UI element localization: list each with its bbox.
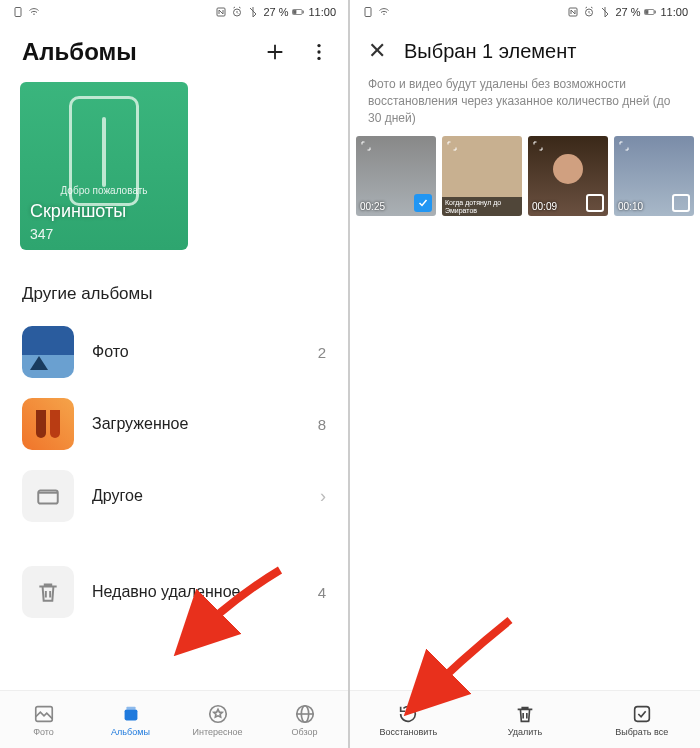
battery-icon: [292, 6, 304, 18]
photo-nav-icon: [33, 703, 55, 725]
page-title: Альбомы: [22, 38, 137, 66]
album-name: Загруженное: [92, 415, 300, 433]
svg-rect-20: [655, 11, 656, 13]
delete-button[interactable]: Удалить: [467, 691, 584, 748]
clock: 11:00: [660, 6, 688, 18]
card-welcome: Добро пожаловать: [20, 185, 188, 196]
wifi-icon: [378, 6, 390, 18]
album-name: Другое: [92, 487, 302, 505]
album-row-recently-deleted[interactable]: Недавно удаленное 4: [0, 556, 348, 628]
nav-albums[interactable]: Альбомы: [87, 691, 174, 748]
nav-browse[interactable]: Обзор: [261, 691, 348, 748]
nav-interesting[interactable]: Интересное: [174, 691, 261, 748]
album-thumb-photo: [22, 326, 74, 378]
album-count: 8: [318, 416, 326, 433]
recently-deleted-selection-screen: 27 % 11:00 ✕ Выбран 1 элемент Фото и вид…: [350, 0, 700, 748]
star-nav-icon: [207, 703, 229, 725]
video-duration: 00:10: [618, 201, 643, 212]
expand-icon: [446, 140, 458, 152]
svg-rect-0: [15, 8, 21, 17]
selection-header: ✕ Выбран 1 элемент: [350, 24, 700, 70]
bottom-nav: Фото Альбомы Интересное Обзор: [0, 690, 348, 748]
album-thumb-trash: [22, 566, 74, 618]
bluetooth-icon: [247, 6, 259, 18]
sim-icon: [362, 6, 374, 18]
select-all-icon: [631, 703, 653, 725]
add-icon[interactable]: [264, 41, 286, 63]
other-albums-title: Другие альбомы: [0, 250, 348, 316]
trash-icon: [514, 703, 536, 725]
chevron-right-icon: ›: [320, 486, 326, 507]
folder-icon: [35, 483, 61, 509]
nav-label: Обзор: [292, 727, 318, 737]
bluetooth-icon: [599, 6, 611, 18]
albums-nav-icon: [120, 703, 142, 725]
album-thumb-downloaded: [22, 398, 74, 450]
svg-point-8: [317, 57, 320, 60]
alarm-icon: [583, 6, 595, 18]
expand-icon: [532, 140, 544, 152]
battery-percent: 27 %: [615, 6, 640, 18]
nav-photo[interactable]: Фото: [0, 691, 87, 748]
video-thumbnails: 00:25 Когда дотянул до Эмиратов 00:09 00…: [350, 136, 700, 216]
expand-icon: [360, 140, 372, 152]
album-row-downloaded[interactable]: Загруженное 8: [0, 388, 348, 460]
svg-rect-5: [294, 11, 297, 14]
status-bar: 27 % 11:00: [350, 0, 700, 24]
check-icon[interactable]: [586, 194, 604, 212]
album-count: 4: [318, 584, 326, 601]
close-icon[interactable]: ✕: [368, 38, 386, 64]
video-thumb[interactable]: 00:25: [356, 136, 436, 216]
video-thumb[interactable]: 00:09: [528, 136, 608, 216]
album-row-photo[interactable]: Фото 2: [0, 316, 348, 388]
header: Альбомы: [0, 24, 348, 76]
status-bar: 27 % 11:00: [0, 0, 348, 24]
svg-rect-4: [303, 11, 304, 13]
deletion-notice: Фото и видео будут удалены без возможнос…: [350, 70, 700, 136]
nav-label: Интересное: [193, 727, 243, 737]
globe-nav-icon: [294, 703, 316, 725]
action-label: Восстановить: [380, 727, 438, 737]
album-thumb-other: [22, 470, 74, 522]
check-icon[interactable]: [414, 194, 432, 212]
selection-title: Выбран 1 элемент: [404, 40, 576, 63]
svg-rect-11: [124, 709, 137, 720]
action-label: Выбрать все: [615, 727, 668, 737]
svg-rect-12: [126, 706, 135, 709]
restore-button[interactable]: Восстановить: [350, 691, 467, 748]
restore-icon: [397, 703, 419, 725]
select-all-button[interactable]: Выбрать все: [583, 691, 700, 748]
alarm-icon: [231, 6, 243, 18]
video-thumb[interactable]: Когда дотянул до Эмиратов: [442, 136, 522, 216]
album-name: Недавно удаленное: [92, 583, 300, 601]
trash-icon: [35, 579, 61, 605]
svg-point-7: [317, 50, 320, 53]
nav-label: Фото: [33, 727, 54, 737]
clock: 11:00: [308, 6, 336, 18]
sim-icon: [12, 6, 24, 18]
svg-rect-16: [365, 8, 371, 17]
album-row-other[interactable]: Другое ›: [0, 460, 348, 532]
card-count: 347: [30, 226, 53, 242]
nav-label: Альбомы: [111, 727, 150, 737]
more-icon[interactable]: [308, 41, 330, 63]
screenshots-card[interactable]: Добро пожаловать Скриншоты 347: [20, 82, 188, 250]
nfc-icon: [567, 6, 579, 18]
card-title: Скриншоты: [30, 201, 126, 222]
action-label: Удалить: [508, 727, 542, 737]
albums-screen: 27 % 11:00 Альбомы Добро пожаловать Скри…: [0, 0, 350, 748]
svg-rect-21: [646, 11, 649, 14]
video-caption: Когда дотянул до Эмиратов: [442, 197, 522, 216]
video-duration: 00:09: [532, 201, 557, 212]
album-name: Фото: [92, 343, 300, 361]
svg-point-6: [317, 44, 320, 47]
battery-percent: 27 %: [263, 6, 288, 18]
video-thumb[interactable]: 00:10: [614, 136, 694, 216]
video-duration: 00:25: [360, 201, 385, 212]
wifi-icon: [28, 6, 40, 18]
album-count: 2: [318, 344, 326, 361]
svg-rect-22: [634, 706, 649, 721]
check-icon[interactable]: [672, 194, 690, 212]
action-bar: Восстановить Удалить Выбрать все: [350, 690, 700, 748]
expand-icon: [618, 140, 630, 152]
